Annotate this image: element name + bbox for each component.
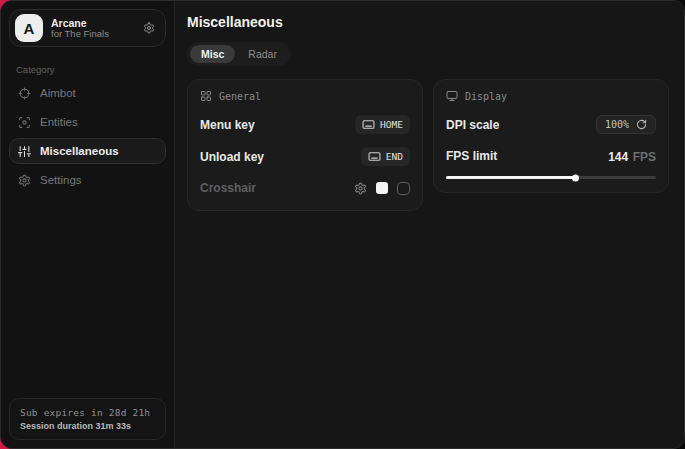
unload-key-row: Unload key END <box>200 147 410 166</box>
fps-limit-label: FPS limit <box>446 149 497 163</box>
main-content: Miscellaneous Misc Radar General Menu ke… <box>175 1 685 448</box>
monitor-icon <box>446 90 458 102</box>
tab-misc[interactable]: Misc <box>190 45 235 63</box>
sub-expiry-text: Sub expires in 28d 21h <box>20 407 155 418</box>
logo-text: Arcane for The Finals <box>51 17 109 40</box>
dpi-scale-label: DPI scale <box>446 118 499 132</box>
app-title: Arcane <box>51 17 109 29</box>
general-panel-title: General <box>219 91 261 102</box>
sidebar-item-miscellaneous[interactable]: Miscellaneous <box>9 138 166 164</box>
crosshair-label: Crosshair <box>200 181 256 195</box>
sidebar-item-label: Entities <box>40 116 78 128</box>
sidebar-item-label: Settings <box>40 174 82 186</box>
panels-row: General Menu key HOME Unload key <box>187 79 669 211</box>
dpi-scale-row: DPI scale 100% <box>446 115 656 134</box>
crosshair-icon <box>18 87 31 100</box>
scan-eye-icon <box>18 116 31 129</box>
fps-limit-row: FPS limit 144 FPS <box>446 147 656 165</box>
sidebar-item-label: Aimbot <box>40 87 76 99</box>
unload-key-value: END <box>386 151 403 162</box>
sidebar-item-label: Miscellaneous <box>40 145 119 157</box>
tab-bar: Misc Radar <box>187 42 291 66</box>
unload-key-label: Unload key <box>200 150 264 164</box>
display-panel: Display DPI scale 100% FPS limit <box>433 79 669 193</box>
crosshair-color-swatch[interactable] <box>376 182 388 194</box>
grid-icon <box>200 90 212 102</box>
menu-key-label: Menu key <box>200 118 255 132</box>
screen: A Arcane for The Finals Category Aimbot <box>0 0 685 449</box>
fps-limit-value-group: 144 FPS <box>608 147 656 165</box>
gear-icon[interactable] <box>143 22 155 34</box>
sidebar-nav: Aimbot Entities Miscellaneous <box>1 80 174 193</box>
refresh-icon[interactable] <box>636 119 647 130</box>
gear-icon[interactable] <box>354 182 367 195</box>
tab-radar[interactable]: Radar <box>237 45 288 63</box>
fps-limit-value: 144 <box>608 150 628 164</box>
category-label: Category <box>16 64 174 75</box>
page-title: Miscellaneous <box>187 14 669 30</box>
menu-key-value: HOME <box>380 119 403 130</box>
dpi-scale-control[interactable]: 100% <box>596 115 656 134</box>
subscription-status-card: Sub expires in 28d 21h Session duration … <box>9 398 166 440</box>
app-window: A Arcane for The Finals Category Aimbot <box>0 0 685 449</box>
general-panel: General Menu key HOME Unload key <box>187 79 423 211</box>
sidebar-item-settings[interactable]: Settings <box>9 167 166 193</box>
crosshair-controls <box>354 182 410 195</box>
fps-slider-thumb[interactable] <box>572 174 579 181</box>
fps-slider-fill <box>446 176 576 179</box>
keyboard-icon <box>362 118 375 131</box>
sidebar-item-entities[interactable]: Entities <box>9 109 166 135</box>
app-avatar: A <box>15 14 43 42</box>
sliders-icon <box>18 145 31 158</box>
display-panel-header: Display <box>446 90 656 102</box>
gear-icon <box>18 174 31 187</box>
menu-key-row: Menu key HOME <box>200 115 410 134</box>
keyboard-icon <box>368 150 381 163</box>
fps-limit-slider[interactable] <box>446 176 656 179</box>
sidebar-item-aimbot[interactable]: Aimbot <box>9 80 166 106</box>
dpi-scale-value: 100% <box>605 119 629 130</box>
fps-limit-unit: FPS <box>633 150 656 164</box>
display-panel-title: Display <box>465 91 507 102</box>
crosshair-checkbox[interactable] <box>397 182 410 195</box>
session-duration-text: Session duration 31m 33s <box>20 421 155 431</box>
crosshair-row: Crosshair <box>200 179 410 197</box>
logo-card: A Arcane for The Finals <box>9 9 166 47</box>
general-panel-header: General <box>200 90 410 102</box>
menu-key-binding[interactable]: HOME <box>355 115 410 134</box>
sidebar: A Arcane for The Finals Category Aimbot <box>1 1 175 448</box>
app-subtitle: for The Finals <box>51 29 109 40</box>
unload-key-binding[interactable]: END <box>361 147 410 166</box>
